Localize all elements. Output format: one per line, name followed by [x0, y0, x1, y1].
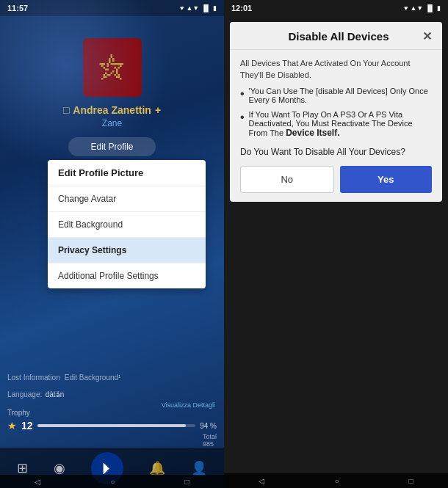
- trophy-bar-fill: [37, 424, 187, 427]
- dialog-close-button[interactable]: ✕: [422, 29, 432, 43]
- edit-profile-button[interactable]: Edit Profile: [68, 137, 155, 156]
- status-icons-left: ♥ ▲▼ ▐▌ ▮: [180, 4, 217, 12]
- trophy-total-value: 985: [203, 440, 214, 448]
- android-nav-left: ◁ ○ □: [0, 475, 224, 488]
- status-bar-left: 11:57 ♥ ▲▼ ▐▌ ▮: [0, 0, 224, 16]
- trophy-percent: 94 %: [200, 422, 217, 430]
- android-nav-right: ◁ ○ □: [224, 473, 448, 488]
- trophy-total-label: Total: [203, 433, 217, 440]
- trophy-star-icon: ★: [7, 420, 17, 431]
- bullet-text-2: If You Want To Play On A PS3 Or A PS Vit…: [249, 110, 432, 138]
- recents-button-left[interactable]: □: [184, 478, 189, 486]
- dropdown-item-change-avatar[interactable]: Change Avatar: [48, 186, 206, 212]
- profile-tag: Zane: [102, 118, 122, 128]
- dropdown-header: Edit Profile Picture: [48, 160, 206, 186]
- dialog-intro-line2: They'll Be Disabled.: [240, 70, 432, 79]
- visualizza-link[interactable]: Visualizza Dettagli: [162, 401, 215, 409]
- yes-button[interactable]: Yes: [340, 166, 433, 193]
- profile-name: □ Andrea Zanettin +: [63, 104, 161, 116]
- right-panel: 12:01 ♥ ▲▼ ▐▌ ▮ Disable All Devices ✕ Al…: [224, 0, 448, 488]
- dropdown-item-additional-settings[interactable]: Additional Profile Settings: [48, 263, 206, 288]
- dropdown-item-edit-background[interactable]: Edit Background: [48, 212, 206, 238]
- dialog-title: Disable All Devices: [255, 30, 422, 43]
- trophy-row: ★ 12 94 %: [7, 420, 217, 431]
- trophy-count: 12: [21, 420, 33, 431]
- bullet-text-1: 'You Can Use The [disable All Devices] O…: [249, 87, 432, 104]
- dropdown-item-privacy-settings[interactable]: Privacy Settings: [48, 238, 206, 263]
- profile-area: ⛦ □ Andrea Zanettin + Zane Edit Profile: [0, 16, 224, 156]
- status-icons-right: ♥ ▲▼ ▐▌ ▮: [404, 4, 441, 12]
- info-section: Lost Information Edit Background¹ Langua…: [0, 374, 224, 400]
- language-label: Language:: [7, 390, 42, 398]
- back-button-left[interactable]: ◁: [35, 478, 40, 486]
- dialog-bullet-1: • 'You Can Use The [disable All Devices]…: [240, 87, 432, 104]
- dialog-body: All Devices That Are Activated On Your A…: [230, 50, 442, 202]
- no-button[interactable]: No: [240, 166, 334, 193]
- notification-nav-icon[interactable]: 🔔: [149, 460, 165, 476]
- dialog-question: Do You Want To Disable All Your Devices?: [240, 147, 432, 157]
- dialog-title-bar: Disable All Devices ✕: [230, 22, 442, 50]
- lost-info-label: Lost Information: [7, 374, 60, 382]
- time-right: 12:01: [231, 4, 252, 12]
- status-bar-right: 12:01 ♥ ▲▼ ▐▌ ▮: [224, 0, 448, 16]
- game-nav-icon[interactable]: ◉: [54, 460, 65, 476]
- language-value: dàtǎn: [46, 390, 64, 398]
- disable-dialog: Disable All Devices ✕ All Devices That A…: [230, 22, 442, 202]
- home-button-left[interactable]: ○: [110, 478, 115, 486]
- bullet-icon-2: •: [240, 110, 245, 124]
- back-button-right[interactable]: ◁: [259, 477, 264, 485]
- bullet-icon-1: •: [240, 87, 245, 101]
- trophy-progress-bar: [37, 424, 196, 427]
- trophy-section: Trophy ★ 12 94 % Total 985: [0, 409, 224, 448]
- avatar: ⛦: [83, 38, 142, 97]
- time-left: 11:57: [7, 4, 28, 12]
- dropdown-menu: Edit Profile Picture Change Avatar Edit …: [48, 160, 206, 288]
- left-panel: 11:57 ♥ ▲▼ ▐▌ ▮ ⛦ □ Andrea Zanettin + Za…: [0, 0, 224, 488]
- ps-nav-icon[interactable]: ⊞: [17, 460, 28, 476]
- recents-button-right[interactable]: □: [408, 477, 413, 485]
- avatar-image: ⛦: [98, 53, 127, 82]
- home-button-right[interactable]: ○: [334, 477, 339, 485]
- trophy-label: Trophy: [7, 409, 217, 417]
- dialog-intro-line1: All Devices That Are Activated On Your A…: [240, 59, 432, 68]
- profile-nav-icon[interactable]: 👤: [191, 460, 207, 476]
- dialog-buttons: No Yes: [240, 166, 432, 193]
- dialog-bullet-2: • If You Want To Play On A PS3 Or A PS V…: [240, 110, 432, 138]
